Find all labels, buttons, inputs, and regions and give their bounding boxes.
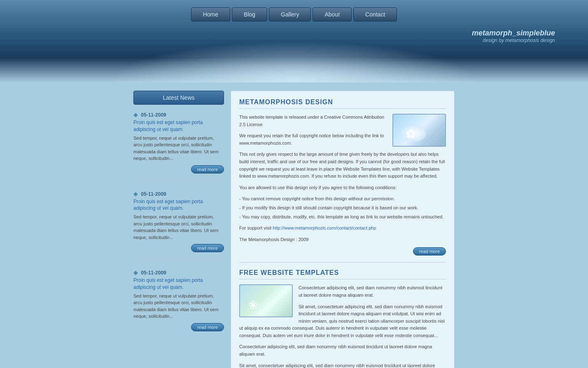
nav-contact[interactable]: Contact bbox=[353, 7, 397, 21]
section2-para4: Sit amet, consectetuer adipiscing elit, … bbox=[239, 362, 446, 368]
section2-image bbox=[239, 284, 293, 317]
section1-read-more: read more bbox=[239, 247, 446, 255]
bullet-icon: ◆ bbox=[133, 190, 138, 197]
news-date: 05-11-2009 bbox=[141, 270, 166, 276]
site-subtitle: design by metamorphosis design bbox=[472, 38, 555, 43]
read-more-button[interactable]: read more bbox=[191, 244, 224, 252]
nav-about[interactable]: About bbox=[313, 7, 352, 21]
section-free-templates: FREE WEBSITE TEMPLATES Consectetuer adip… bbox=[239, 269, 446, 368]
read-more-btn: read more bbox=[133, 323, 224, 331]
header: Home Blog Gallery About Contact metamorp… bbox=[0, 0, 588, 82]
section1-conditions-intro: You are allowed to use this design only … bbox=[239, 184, 446, 192]
nav-gallery[interactable]: Gallery bbox=[269, 7, 311, 21]
main-wrapper: Latest News ◆ 05-11-2009 Proin quis est … bbox=[133, 82, 455, 368]
news-item: ◆ 05-11-2009 Proin quis est eget sapien … bbox=[133, 111, 224, 181]
news-title: Proin quis est eget sapien porta adipisc… bbox=[133, 198, 224, 212]
news-title: Proin quis est eget sapien porta adipisc… bbox=[133, 119, 224, 133]
site-name: metamorph_simpleblue bbox=[472, 29, 555, 38]
section1-image bbox=[392, 114, 446, 147]
section1-body: This website template is released under … bbox=[239, 114, 446, 243]
news-item: ◆ 05-11-2009 Proin quis est eget sapien … bbox=[133, 269, 224, 339]
section2-para3: Consectetuer adipiscing elit, sed diam n… bbox=[239, 343, 446, 358]
section-metamorphosis: METAMORPHOSIS DESIGN This website templa… bbox=[239, 98, 446, 255]
news-date: 05-11-2009 bbox=[141, 112, 166, 118]
section1-conditions: - You cannot remove copyright notice fro… bbox=[239, 195, 446, 220]
sidebar: Latest News ◆ 05-11-2009 Proin quis est … bbox=[133, 91, 224, 368]
site-title: metamorph_simpleblue design by metamorph… bbox=[472, 29, 555, 43]
section2-body2: Consectetuer adipiscing elit, sed diam n… bbox=[239, 343, 446, 368]
section1-footer-text: The Metamorphosis Design : 2009 bbox=[239, 236, 446, 244]
main-nav: Home Blog Gallery About Contact bbox=[0, 0, 588, 21]
news-item: ◆ 05-11-2009 Proin quis est eget sapien … bbox=[133, 190, 224, 260]
read-more-btn: read more bbox=[133, 244, 224, 252]
section2-body: Consectetuer adipiscing elit, sed diam n… bbox=[239, 284, 446, 343]
sidebar-title: Latest News bbox=[133, 91, 224, 105]
section1-read-more-button[interactable]: read more bbox=[413, 247, 446, 255]
news-body: Sed tempor, neque ut vulputate pretium, … bbox=[133, 293, 224, 320]
news-date: 05-11-2009 bbox=[141, 191, 166, 197]
bullet-icon: ◆ bbox=[133, 111, 138, 118]
read-more-btn: read more bbox=[133, 165, 224, 173]
section-divider bbox=[239, 262, 446, 263]
list-item: - If you modify this design it still sho… bbox=[239, 204, 446, 212]
list-item: - You cannot remove copyright notice fro… bbox=[239, 195, 446, 203]
main-content: METAMORPHOSIS DESIGN This website templa… bbox=[231, 91, 455, 368]
news-body: Sed tempor, neque ut vulputate pretium, … bbox=[133, 213, 224, 241]
read-more-button[interactable]: read more bbox=[191, 323, 224, 331]
section1-support: For support visit http://www.metamorphoz… bbox=[239, 225, 446, 232]
section1-title: METAMORPHOSIS DESIGN bbox=[239, 98, 446, 109]
list-item: - You may copy, distribute, modify, etc.… bbox=[239, 213, 446, 221]
bullet-icon: ◆ bbox=[133, 269, 138, 276]
nav-blog[interactable]: Blog bbox=[232, 7, 267, 21]
section1-para3: This not only gives respect to the large… bbox=[239, 151, 446, 180]
support-link[interactable]: http://www.metamorphozis.com/contact/con… bbox=[273, 225, 376, 230]
section2-title: FREE WEBSITE TEMPLATES bbox=[239, 269, 446, 279]
news-title: Proin quis est eget sapien porta adipisc… bbox=[133, 277, 224, 291]
news-body: Sed tempor, neque ut vulputate pretium, … bbox=[133, 135, 224, 162]
read-more-button[interactable]: read more bbox=[191, 165, 224, 173]
nav-home[interactable]: Home bbox=[191, 7, 230, 21]
